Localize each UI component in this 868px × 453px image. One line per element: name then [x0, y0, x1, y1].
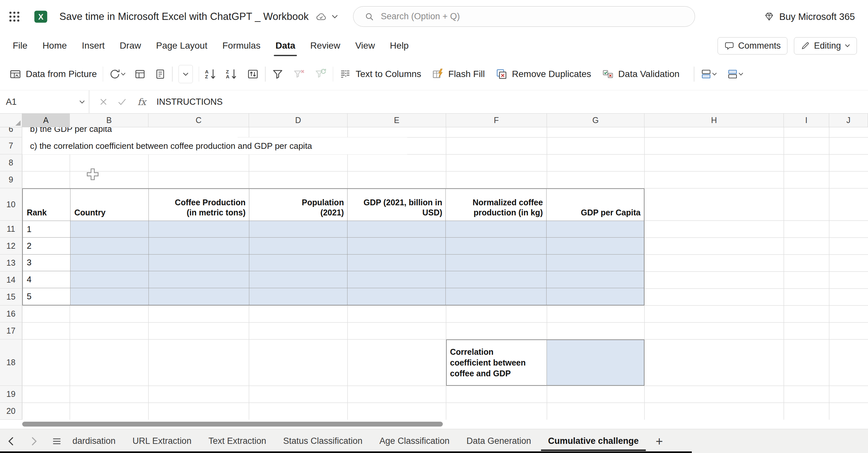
cell-a11[interactable]: 1	[23, 221, 70, 238]
cell-c11[interactable]	[149, 221, 249, 238]
cell-g13[interactable]	[547, 254, 644, 271]
cell-e15[interactable]	[347, 288, 446, 305]
queries-connections-button[interactable]	[134, 68, 146, 80]
sheet-tab-standardisation-partial[interactable]: dardisation	[72, 429, 124, 453]
title-dropdown-chevron-icon[interactable]	[332, 15, 338, 19]
column-header-i[interactable]: I	[784, 114, 829, 127]
group-button[interactable]	[700, 68, 717, 80]
tab-page-layout[interactable]: Page Layout	[149, 33, 215, 58]
cell-f15[interactable]	[446, 288, 546, 305]
cell-a14[interactable]: 4	[23, 271, 70, 288]
app-launcher-waffle-icon[interactable]	[8, 10, 21, 23]
select-all-corner[interactable]	[0, 114, 22, 127]
column-header-h[interactable]: H	[645, 114, 784, 127]
row-header-17[interactable]: 17	[0, 323, 22, 339]
sheet-tab-cumulative-challenge[interactable]: Cumulative challenge	[540, 429, 647, 453]
more-data-tools-dropdown[interactable]	[179, 65, 193, 83]
row-header-9[interactable]: 9	[0, 171, 22, 188]
row-header-16[interactable]: 16	[0, 305, 22, 323]
search-input[interactable]: Search (Option + Q)	[353, 6, 695, 27]
cell-g11[interactable]	[547, 221, 644, 238]
cell-a15[interactable]: 5	[23, 288, 70, 305]
cell-c10[interactable]: Coffee Production (in metric tons)	[149, 189, 249, 221]
cell-d14[interactable]	[249, 271, 347, 288]
remove-duplicates-button[interactable]: Remove Duplicates	[495, 68, 591, 80]
column-header-d[interactable]: D	[249, 114, 347, 127]
cell-e13[interactable]	[347, 254, 446, 271]
all-sheets-menu-icon[interactable]	[52, 436, 62, 446]
tab-view[interactable]: View	[348, 33, 382, 58]
sheet-tab-status-classification[interactable]: Status Classification	[275, 429, 371, 453]
cell-a12[interactable]: 2	[23, 238, 70, 254]
row-header-7[interactable]: 7	[0, 138, 22, 154]
column-header-b[interactable]: B	[70, 114, 149, 127]
cell-g15[interactable]	[547, 288, 644, 305]
cell-e10[interactable]: GDP (2021, billion in USD)	[347, 189, 446, 221]
cell-f10[interactable]: Normalized coffee production (in kg)	[446, 189, 546, 221]
cell-d10[interactable]: Population (2021)	[249, 189, 347, 221]
comments-button[interactable]: Comments	[718, 37, 788, 55]
tab-draw[interactable]: Draw	[112, 33, 149, 58]
add-sheet-button[interactable]: +	[656, 429, 663, 453]
tab-insert[interactable]: Insert	[74, 33, 112, 58]
cell-c13[interactable]	[149, 254, 249, 271]
name-box[interactable]: A1	[0, 90, 89, 114]
spreadsheet-grid[interactable]: A B C D E F G H I J 6 7 8 9 10 11 12 13 …	[0, 114, 868, 420]
cell-b15[interactable]	[70, 288, 149, 305]
reapply-filter-button[interactable]	[315, 68, 327, 80]
tab-formulas[interactable]: Formulas	[215, 33, 268, 58]
sort-ascending-button[interactable]: AZ	[205, 68, 217, 80]
cell-f11[interactable]	[446, 221, 546, 238]
excel-logo-icon[interactable]: X	[34, 10, 48, 24]
tab-home[interactable]: Home	[35, 33, 74, 58]
horizontal-scrollbar[interactable]	[22, 422, 443, 427]
tab-help[interactable]: Help	[382, 33, 416, 58]
column-header-a[interactable]: A	[22, 114, 70, 127]
cell-g14[interactable]	[547, 271, 644, 288]
column-header-g[interactable]: G	[547, 114, 645, 127]
refresh-all-button[interactable]	[109, 68, 126, 80]
column-header-f[interactable]: F	[446, 114, 547, 127]
filter-button[interactable]	[272, 68, 284, 80]
cell-a7-spill-text[interactable]: c) the correlation coefficient between c…	[22, 138, 407, 154]
custom-sort-button[interactable]	[247, 68, 259, 80]
row-header-18[interactable]: 18	[0, 339, 22, 386]
cell-g12[interactable]	[547, 238, 644, 254]
confirm-entry-icon[interactable]	[118, 98, 127, 106]
row-header-11[interactable]: 11	[0, 221, 22, 238]
cell-g10[interactable]: GDP per Capita	[547, 189, 644, 221]
row-header-15[interactable]: 15	[0, 289, 22, 305]
data-validation-button[interactable]: Data Validation	[602, 68, 680, 80]
sort-descending-button[interactable]: ZA	[226, 68, 238, 80]
cell-e14[interactable]	[347, 271, 446, 288]
cell-c12[interactable]	[149, 238, 249, 254]
cell-f13[interactable]	[446, 254, 546, 271]
cell-d11[interactable]	[249, 221, 347, 238]
cell-c15[interactable]	[149, 288, 249, 305]
tab-file[interactable]: File	[5, 33, 35, 58]
cell-f14[interactable]	[446, 271, 546, 288]
workbook-links-button[interactable]	[154, 68, 166, 80]
cell-c14[interactable]	[149, 271, 249, 288]
row-header-19[interactable]: 19	[0, 386, 22, 403]
cell-d13[interactable]	[249, 254, 347, 271]
cell-b10[interactable]: Country	[70, 189, 149, 221]
insert-function-icon[interactable]: fx	[138, 97, 146, 108]
data-from-picture-button[interactable]: Data from Picture	[9, 68, 97, 80]
sheet-tab-url-extraction[interactable]: URL Extraction	[124, 429, 200, 453]
tab-review[interactable]: Review	[303, 33, 348, 58]
text-to-columns-button[interactable]: Text to Columns	[339, 68, 421, 80]
row-header-14[interactable]: 14	[0, 272, 22, 289]
cell-f18[interactable]: Correlation coefficient between coffee a…	[447, 340, 547, 385]
column-header-e[interactable]: E	[347, 114, 446, 127]
cell-a6-spill-text[interactable]: b) the GDP per capita	[22, 127, 238, 138]
row-header-10[interactable]: 10	[0, 188, 22, 221]
tab-data[interactable]: Data	[268, 33, 303, 58]
ungroup-button[interactable]	[727, 68, 743, 80]
formula-input[interactable]: INSTRUCTIONS	[157, 97, 223, 107]
cell-e11[interactable]	[347, 221, 446, 238]
row-header-13[interactable]: 13	[0, 254, 22, 272]
row-header-6[interactable]: 6	[0, 127, 22, 138]
scroll-tabs-right-icon[interactable]	[30, 437, 38, 446]
editing-mode-button[interactable]: Editing	[794, 37, 857, 55]
